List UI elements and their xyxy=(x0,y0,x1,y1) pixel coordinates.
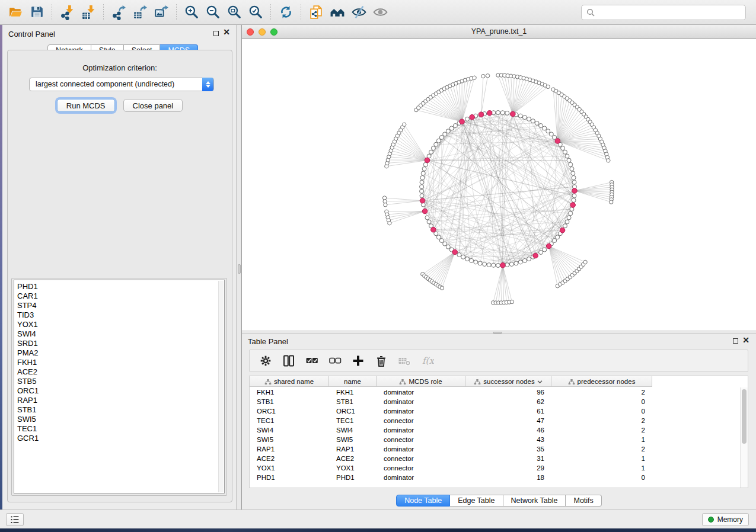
vertical-splitter[interactable] xyxy=(237,25,242,509)
graph-node[interactable] xyxy=(465,117,469,121)
splitter-handle[interactable] xyxy=(493,332,502,334)
graph-hub-node[interactable] xyxy=(500,262,506,268)
graph-node[interactable] xyxy=(420,185,424,189)
close-panel-button[interactable]: Close panel xyxy=(123,99,183,112)
table-row[interactable]: ACE2ACE2connector311 xyxy=(250,454,740,463)
graph-node[interactable] xyxy=(439,135,444,139)
run-mcds-button[interactable]: Run MCDS xyxy=(57,99,115,112)
graph-node[interactable] xyxy=(583,260,587,264)
graph-hub-node[interactable] xyxy=(460,119,465,124)
graph-node[interactable] xyxy=(403,123,406,126)
table-row[interactable]: ORC1ORC1dominator610 xyxy=(250,406,740,416)
mcds-result-item[interactable]: RAP1 xyxy=(14,396,224,405)
graph-node[interactable] xyxy=(436,235,441,239)
graph-node[interactable] xyxy=(607,159,610,162)
save-session-button[interactable] xyxy=(26,2,47,23)
graph-node[interactable] xyxy=(567,216,571,220)
graph-node[interactable] xyxy=(439,239,444,243)
graph-node[interactable] xyxy=(420,180,424,184)
graph-node[interactable] xyxy=(429,150,433,154)
table-row[interactable]: RAP1RAP1dominator352 xyxy=(250,444,740,454)
show-neighbors-button[interactable] xyxy=(327,2,348,23)
mcds-result-item[interactable]: ACE2 xyxy=(14,367,224,377)
add-button[interactable] xyxy=(352,354,365,367)
mcds-result-item[interactable]: PMA2 xyxy=(14,348,224,358)
graph-node[interactable] xyxy=(518,260,522,264)
graph-node[interactable] xyxy=(492,263,496,267)
tab-network-table[interactable]: Network Table xyxy=(503,495,566,507)
graph-hub-node[interactable] xyxy=(422,209,428,214)
graph-node[interactable] xyxy=(505,263,509,267)
mcds-result-item[interactable]: CAR1 xyxy=(14,291,224,301)
graph-node[interactable] xyxy=(543,248,547,252)
graph-hub-node[interactable] xyxy=(452,249,458,255)
mcds-result-item[interactable]: GCR1 xyxy=(14,434,224,443)
graph-hub-node[interactable] xyxy=(546,243,551,249)
graph-node[interactable] xyxy=(486,74,489,78)
graph-node[interactable] xyxy=(610,200,613,204)
graph-node[interactable] xyxy=(384,203,387,207)
table-row[interactable]: SWI5SWI5connector431 xyxy=(250,435,740,444)
refresh-layout-button[interactable] xyxy=(275,2,296,23)
mcds-result-item[interactable]: FKH1 xyxy=(14,358,224,367)
mcds-result-item[interactable]: SWI4 xyxy=(14,329,224,339)
graph-node[interactable] xyxy=(543,126,547,130)
mcds-result-item[interactable]: STP4 xyxy=(14,301,224,310)
graph-node[interactable] xyxy=(496,111,500,115)
tab-motifs[interactable]: Motifs xyxy=(566,495,601,507)
mcds-result-item[interactable]: ORC1 xyxy=(14,386,224,396)
deselect-all-button[interactable] xyxy=(328,354,342,367)
import-network-button[interactable] xyxy=(56,2,78,23)
graph-node[interactable] xyxy=(465,257,469,261)
hide-selected-button[interactable] xyxy=(348,2,369,23)
table-scrollbar[interactable] xyxy=(740,387,748,488)
mcds-result-item[interactable]: SWI5 xyxy=(14,415,224,424)
graph-node[interactable] xyxy=(483,262,487,266)
clone-network-button[interactable] xyxy=(305,2,327,23)
graph-node[interactable] xyxy=(422,166,426,171)
graph-node[interactable] xyxy=(420,189,424,193)
graph-node[interactable] xyxy=(549,132,553,136)
graph-hub-node[interactable] xyxy=(555,139,560,144)
table-row[interactable]: FKH1FKH1dominator962 xyxy=(250,387,740,397)
mcds-result-item[interactable]: STB1 xyxy=(14,405,224,415)
graph-node[interactable] xyxy=(572,198,576,203)
graph-node[interactable] xyxy=(496,264,500,268)
scrollbar-thumb[interactable] xyxy=(742,389,747,444)
zoom-selected-button[interactable] xyxy=(245,2,266,23)
graph-hub-node[interactable] xyxy=(470,114,475,120)
graph-node[interactable] xyxy=(461,255,465,259)
graph-node[interactable] xyxy=(509,262,513,266)
graph-node[interactable] xyxy=(443,242,447,246)
float-panel-icon[interactable] xyxy=(733,338,738,344)
graph-node[interactable] xyxy=(553,239,557,243)
graph-node[interactable] xyxy=(510,300,513,303)
split-view-button[interactable] xyxy=(282,354,295,367)
import-table-button[interactable] xyxy=(78,2,99,23)
mcds-result-item[interactable]: TID3 xyxy=(14,310,224,320)
network-canvas[interactable] xyxy=(242,39,756,331)
close-panel-icon[interactable]: ✕ xyxy=(742,336,749,344)
graph-node[interactable] xyxy=(569,162,573,166)
show-panels-button[interactable] xyxy=(6,513,24,526)
mcds-result-item[interactable]: SRD1 xyxy=(14,339,224,348)
graph-node[interactable] xyxy=(561,146,565,150)
export-image-button[interactable] xyxy=(151,2,172,23)
tab-edge-table[interactable]: Edge Table xyxy=(450,495,503,507)
graph-node[interactable] xyxy=(431,146,435,150)
graph-node[interactable] xyxy=(446,245,450,249)
export-table-button[interactable] xyxy=(129,2,151,23)
graph-node[interactable] xyxy=(565,154,569,158)
graph-node[interactable] xyxy=(571,171,575,175)
mcds-list-scrollbar[interactable] xyxy=(218,281,224,492)
graph-node[interactable] xyxy=(436,139,441,143)
column-header[interactable]: shared name xyxy=(250,376,329,387)
graph-node[interactable] xyxy=(572,175,576,180)
graph-node[interactable] xyxy=(572,194,576,198)
graph-node[interactable] xyxy=(474,260,478,264)
mcds-result-item[interactable]: YOX1 xyxy=(14,320,224,329)
graph-node[interactable] xyxy=(420,194,424,198)
graph-node[interactable] xyxy=(546,85,550,88)
graph-node[interactable] xyxy=(481,74,485,78)
table-row[interactable]: SWI4SWI4dominator462 xyxy=(250,425,740,435)
